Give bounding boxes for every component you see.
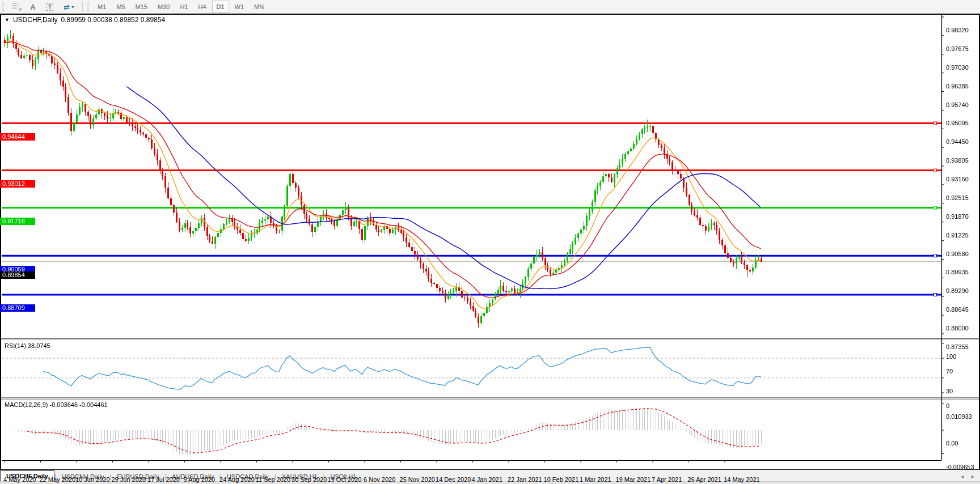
- date-axis-label: 10 Jun 2020: [75, 476, 110, 483]
- rsi-indicator-label: RSI(14) 38.0745: [5, 342, 50, 349]
- price-axis-tick: 0.93805: [946, 157, 969, 164]
- price-axis-tick: 0.96385: [946, 83, 969, 90]
- hline-price-tag: 0.93012: [0, 180, 35, 188]
- date-axis-label: 26 Apr 2021: [688, 476, 721, 483]
- timeframe-button-M1[interactable]: M1: [93, 1, 111, 13]
- price-axis-tick: 0.91225: [946, 232, 969, 239]
- macd-label: MACD(12,26,9): [5, 401, 48, 408]
- rsi-axis-tick: 30: [946, 388, 953, 394]
- hline-price-tag: 0.91718: [0, 218, 35, 225]
- timeframe-button-M30[interactable]: M30: [153, 1, 174, 13]
- arrows-tool-button[interactable]: ⇄▼: [59, 1, 79, 13]
- text-label-icon: T: [47, 3, 54, 11]
- date-axis-label: 25 Nov 2020: [400, 476, 435, 483]
- fibonacci-icon: [12, 3, 20, 10]
- hline-price-tag: 0.94644: [0, 133, 35, 141]
- rsi-label: RSI(14): [5, 342, 26, 349]
- mt4-terminal: FAT⇄▼ M1M5M15M30H1H4D1W1MN ▼ USDCHF,Dail…: [0, 0, 980, 484]
- price-axis-tick: 0.89290: [946, 287, 969, 294]
- line-study-toolbar: FAT⇄▼: [7, 1, 80, 13]
- rsi-axis-tick: 70: [946, 368, 953, 375]
- toolbar-grip[interactable]: [2, 2, 6, 12]
- text-tool-icon: A: [30, 3, 35, 11]
- date-axis-label: 14 Dec 2020: [436, 476, 471, 483]
- date-axis-label: 17 Jul 2020: [147, 476, 180, 483]
- text-label-tool-button[interactable]: T: [42, 1, 58, 13]
- timeframe-button-W1[interactable]: W1: [230, 1, 249, 13]
- fibonacci-tool-button[interactable]: F: [8, 1, 24, 13]
- date-axis-label: 10 Feb 2021: [544, 476, 579, 483]
- price-axis-tick: 0.94450: [946, 138, 969, 145]
- date-axis-label: 1 Mar 2021: [580, 476, 611, 483]
- price-axis-tick: 0.88000: [946, 325, 969, 332]
- date-axis-label: 29 Jun 2020: [112, 476, 146, 483]
- chart-title: ▼ USDCHF,Daily 0.89959 0.90038 0.89852 0…: [5, 16, 165, 24]
- price-axis-tick: 0.87355: [946, 343, 969, 350]
- main-chart-canvas[interactable]: [0, 14, 980, 469]
- current-price-tag: 0.89854: [0, 271, 35, 279]
- price-axis-tick: 0.97675: [946, 45, 969, 52]
- price-axis-tick: 0.92515: [946, 194, 969, 201]
- timeframe-button-MN[interactable]: MN: [250, 1, 268, 13]
- tab-scroll-controls: ◄ ►: [960, 472, 980, 482]
- date-axis-label: 22 Jan 2021: [508, 476, 542, 483]
- rsi-axis-tick: 0: [946, 402, 949, 409]
- toolbar-grip[interactable]: [87, 2, 91, 12]
- macd-indicator-label: MACD(12,26,9) -0.003646 -0.004461: [5, 401, 108, 408]
- date-axis-label: 22 May 2020: [40, 476, 76, 483]
- macd-axis-tick: 0.00: [946, 440, 958, 447]
- timeframe-button-M15[interactable]: M15: [131, 1, 152, 13]
- price-axis-tick: 0.95740: [946, 101, 969, 108]
- macd-values: -0.003646 -0.004461: [49, 401, 107, 408]
- timeframe-button-M5[interactable]: M5: [112, 1, 129, 13]
- text-tool-button[interactable]: A: [25, 1, 41, 13]
- date-axis-label: 30 Sep 2020: [292, 476, 327, 483]
- chart-title-caret-icon[interactable]: ▼: [5, 17, 10, 23]
- chart-window: ▼ USDCHF,Daily 0.89959 0.90038 0.89852 0…: [0, 14, 980, 469]
- date-axis-label: 11 Sep 2020: [256, 476, 291, 483]
- chart-ohlc-values: 0.89959 0.90038 0.89852 0.89854: [61, 16, 166, 24]
- tab-scroll-left-button[interactable]: ◄: [960, 472, 965, 482]
- date-axis-label: 14 May 2021: [724, 476, 760, 483]
- price-axis-tick: 0.95095: [946, 120, 969, 126]
- timeframe-button-H1[interactable]: H1: [175, 1, 192, 13]
- macd-axis-tick: 0.010933: [946, 413, 972, 420]
- date-axis-label: 4 Jan 2021: [472, 476, 502, 483]
- timeframe-button-D1[interactable]: D1: [212, 1, 229, 13]
- price-axis-tick: 0.93160: [946, 176, 969, 182]
- price-axis-tick: 0.97030: [946, 64, 969, 71]
- date-axis-label: 5 Aug 2020: [184, 476, 216, 483]
- top-toolbar: FAT⇄▼ M1M5M15M30H1H4D1W1MN: [0, 0, 980, 14]
- price-axis-tick: 0.98320: [946, 27, 969, 33]
- arrows-dropdown-caret-icon[interactable]: ▼: [71, 5, 75, 9]
- toolbar-separator: [82, 1, 83, 12]
- timeframe-toolbar: M1M5M15M30H1H4D1W1MN: [92, 1, 269, 13]
- hline-price-tag: 0.88709: [0, 304, 35, 312]
- macd-axis-tick: -0.009653: [946, 464, 974, 470]
- date-axis-label: 19 Oct 2020: [328, 476, 362, 483]
- chart-symbol-title: USDCHF,Daily: [13, 16, 58, 24]
- rsi-axis-tick: 100: [946, 353, 956, 360]
- timeframe-button-H4[interactable]: H4: [193, 1, 210, 13]
- date-axis-label: 6 Nov 2020: [364, 476, 395, 483]
- price-axis-tick: 0.89935: [946, 269, 969, 275]
- rsi-value: 38.0745: [28, 342, 50, 349]
- price-axis-tick: 0.90580: [946, 251, 969, 257]
- date-axis-label: 19 Mar 2021: [616, 476, 651, 483]
- price-axis-tick: 0.88645: [946, 306, 969, 313]
- date-axis-label: 24 Aug 2020: [219, 476, 255, 483]
- date-axis-label: 4 May 2020: [3, 476, 36, 483]
- price-axis-tick: 0.91870: [946, 213, 969, 220]
- arrows-icon: ⇄: [64, 3, 70, 11]
- tab-scroll-right-button[interactable]: ►: [970, 472, 975, 482]
- fibonacci-f-glyph: F: [19, 7, 22, 12]
- date-axis-label: 7 Apr 2021: [652, 476, 682, 483]
